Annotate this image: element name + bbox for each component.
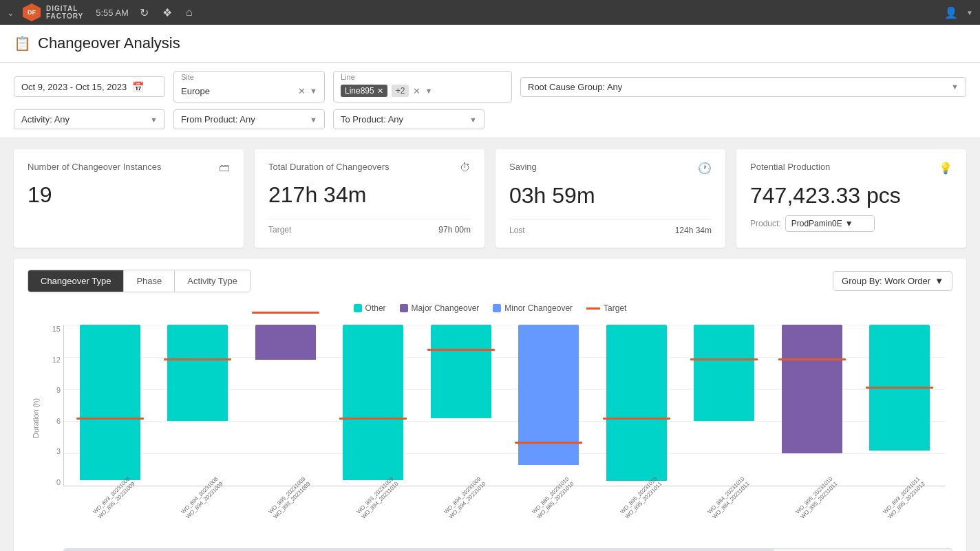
total-duration-card: Total Duration of Changeovers ⏱ 217h 34m… [255,149,484,248]
line-clear-icon[interactable]: ✕ [413,86,420,96]
bar-2-target [164,358,231,360]
filters-row-1: Oct 9, 2023 - Oct 15, 2023 📅 Site Europe… [14,71,966,102]
y-12: 12 [52,356,61,364]
line-tag: Line895 ✕ [341,85,387,97]
date-range-filter[interactable]: Oct 9, 2023 - Oct 15, 2023 📅 [14,76,165,97]
puzzle-icon[interactable]: ❖ [160,3,175,22]
y-9: 9 [56,386,61,394]
legend-target-label: Target [604,303,626,313]
y-3: 3 [56,447,61,455]
bar-group-2 [155,325,242,486]
logo: DF DIGITALFACTORY [23,3,83,21]
bar-7 [606,325,667,481]
legend-major-color [400,304,408,312]
legend-target-color [586,307,600,310]
chevron-down-icon[interactable]: ⌄ [7,8,14,18]
group-by-select[interactable]: Group By: Work Order ▼ [833,271,952,291]
from-product-value: From Product: Any [181,114,306,125]
from-product-chevron-icon: ▼ [310,116,317,124]
y-15: 15 [52,325,61,333]
legend-target: Target [586,303,626,313]
bar-7-target [603,418,670,420]
bar-5-target [427,349,495,351]
site-clear-icon[interactable]: ✕ [298,86,306,96]
legend-other: Other [354,303,386,313]
line-extra-tag[interactable]: +2 [392,85,409,97]
metrics-area: Number of Changeover Instances 🗃 19 Tota… [0,138,980,259]
refresh-icon[interactable]: ↻ [137,3,151,22]
total-duration-title: Total Duration of Changeovers [268,162,390,172]
target-value: 97h 00m [438,225,471,235]
legend-other-color [354,304,362,312]
filters-area: Oct 9, 2023 - Oct 15, 2023 📅 Site Europe… [0,63,980,138]
bar-3-target [252,312,319,314]
line-label: Line [341,73,355,81]
activity-filter[interactable]: Activity: Any ▼ [14,109,165,129]
root-cause-filter[interactable]: Root Cause Group: Any ▼ [520,77,966,97]
bar-1 [80,325,140,480]
site-label: Site [181,73,194,81]
bar-group-4 [330,325,417,486]
chart-scrollbar[interactable] [63,548,952,551]
chart-legend: Other Major Changeover Minor Changeover … [28,303,952,313]
from-product-filter[interactable]: From Product: Any ▼ [173,109,325,129]
logo-text: DIGITALFACTORY [46,5,83,20]
lost-label: Lost [509,226,525,235]
legend-major: Major Changeover [400,303,480,313]
bar-10-target [866,387,933,389]
to-product-filter[interactable]: To Product: Any ▼ [333,109,484,129]
chart-area: Duration (h) 15 12 9 6 3 0 [28,321,952,541]
changeover-instances-card: Number of Changeover Instances 🗃 19 [14,149,244,248]
bar-9 [782,325,842,453]
line-filter[interactable]: Line Line895 ✕ +2 ✕ ▼ [333,71,512,102]
tab-activity-type[interactable]: Activity Type [175,270,250,292]
page-title: Changeover Analysis [38,34,180,52]
tab-phase[interactable]: Phase [124,270,175,292]
lightbulb-icon: 💡 [939,162,952,175]
product-dropdown-value: ProdPamin0E [791,219,842,228]
site-chevron-icon: ▼ [310,87,317,95]
bar-group-5 [418,325,504,486]
tab-bar: Changeover Type Phase Activity Type Grou… [28,270,952,292]
y-0: 0 [56,478,61,486]
bar-2 [167,325,228,421]
root-cause-chevron-icon: ▼ [951,83,959,91]
product-label: Product: [750,219,781,228]
bar-group-6 [506,325,593,486]
bar-6-target [515,442,582,444]
product-dropdown[interactable]: ProdPamin0E ▼ [785,215,875,232]
user-icon[interactable]: 👤 [944,6,958,19]
target-label: Target [268,225,291,235]
activity-value: Activity: Any [21,114,146,125]
clock-icon: 🕐 [698,162,712,175]
to-product-chevron-icon: ▼ [469,116,477,124]
user-chevron-icon[interactable]: ▼ [966,9,973,17]
bar-group-7 [593,325,680,486]
site-filter[interactable]: Site Europe ✕ ▼ [173,71,325,102]
product-select-area: Product: ProdPamin0E ▼ [750,215,952,232]
potential-production-value: 747,423.33 pcs [750,183,952,208]
line-tag-value: Line895 [345,86,374,96]
y-axis-label: Duration (h) [32,424,40,438]
saving-value: 03h 59m [509,183,712,208]
home-icon[interactable]: ⌂ [183,3,195,21]
tab-changeover-type[interactable]: Changeover Type [28,270,124,292]
line-tag-remove[interactable]: ✕ [377,87,383,96]
y-6: 6 [56,417,61,425]
lost-value: 124h 34m [675,226,712,235]
time-display: 5:55 AM [96,8,129,18]
saving-title: Saving [509,162,537,172]
site-value: Europe [181,86,294,96]
bars-container [64,325,946,486]
to-product-value: To Product: Any [341,114,465,125]
x-axis-labels: WO_893_20231008WO_895_20231009 WO_894_20… [63,488,946,541]
legend-major-label: Major Changeover [412,303,480,313]
legend-minor: Minor Changeover [493,303,573,313]
line-chevron-icon: ▼ [425,87,432,95]
legend-minor-color [493,304,501,312]
bar-group-9 [769,325,855,486]
top-navigation: ⌄ DF DIGITALFACTORY 5:55 AM ↻ ❖ ⌂ 👤 ▼ [0,0,980,25]
tab-buttons: Changeover Type Phase Activity Type [28,270,251,292]
changeover-instances-value: 19 [28,182,230,208]
bar-8 [694,325,754,421]
